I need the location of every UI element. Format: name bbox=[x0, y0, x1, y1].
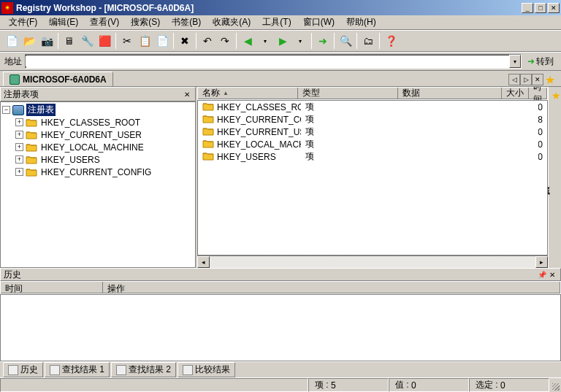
forward-dd-icon[interactable]: ▾ bbox=[291, 32, 309, 50]
resize-grip[interactable] bbox=[549, 378, 561, 392]
list-row[interactable]: HKEY_CURRENT_USER项2010 bbox=[198, 126, 547, 138]
tree-item-label: HKEY_LOCAL_MACHINE bbox=[39, 142, 145, 153]
back-icon[interactable]: ◀ bbox=[239, 32, 256, 50]
menu-window[interactable]: 窗口(W) bbox=[297, 15, 340, 30]
go-button[interactable]: ➜ 转到 bbox=[524, 54, 557, 69]
cut-icon[interactable]: ✂ bbox=[118, 32, 136, 50]
expand-icon[interactable]: + bbox=[15, 118, 23, 126]
menu-help[interactable]: 帮助(H) bbox=[340, 15, 382, 30]
document-tab-label: MICROSOF-6A0D6A bbox=[23, 74, 107, 85]
expand-icon[interactable]: + bbox=[15, 143, 23, 151]
tree-item[interactable]: +HKEY_CLASSES_ROOT bbox=[2, 116, 194, 128]
tab-next-button[interactable]: ▷ bbox=[520, 74, 532, 85]
folder-icon bbox=[202, 114, 214, 126]
expand-icon[interactable]: − bbox=[2, 106, 10, 114]
paste-icon[interactable]: 📄 bbox=[153, 32, 171, 50]
copy-icon[interactable]: 📋 bbox=[136, 32, 153, 50]
tree-item-label: HKEY_USERS bbox=[39, 155, 102, 165]
help-icon[interactable]: ❓ bbox=[382, 32, 400, 50]
list-header: 名称▲ 类型 数据 大小 时间 bbox=[197, 87, 548, 100]
col-name[interactable]: 名称▲ bbox=[198, 88, 298, 99]
tab-find-1[interactable]: 查找结果 1 bbox=[45, 362, 110, 377]
cell-date: 2008 bbox=[538, 115, 547, 125]
unload-hive-icon[interactable]: 🟥 bbox=[96, 32, 113, 50]
load-hive-icon[interactable]: 🔧 bbox=[78, 32, 96, 50]
tree-item-label: HKEY_CLASSES_ROOT bbox=[39, 118, 142, 128]
favorite-star-icon[interactable]: ★ bbox=[545, 73, 558, 86]
col-size[interactable]: 大小 bbox=[502, 88, 529, 99]
tab-history[interactable]: 历史 bbox=[3, 362, 43, 377]
tree-pane-close-icon[interactable]: ✕ bbox=[182, 89, 192, 99]
menu-file[interactable]: 文件(F) bbox=[3, 15, 43, 30]
close-button[interactable]: ✕ bbox=[548, 3, 560, 13]
tab-close-button[interactable]: ✕ bbox=[532, 74, 543, 85]
maximize-button[interactable]: □ bbox=[535, 3, 546, 13]
registry-tree[interactable]: − 注册表 +HKEY_CLASSES_ROOT+HKEY_CURRENT_US… bbox=[0, 101, 196, 268]
menu-tools[interactable]: 工具(T) bbox=[256, 15, 297, 30]
address-input[interactable] bbox=[26, 56, 509, 66]
folder-icon bbox=[202, 101, 214, 113]
address-input-wrap: ▾ bbox=[25, 54, 522, 69]
tree-item[interactable]: +HKEY_CURRENT_USER bbox=[2, 128, 194, 141]
folder-icon bbox=[26, 130, 37, 139]
favorites-strip[interactable]: ★ 收藏夹 bbox=[548, 87, 561, 268]
redo-icon[interactable]: ↷ bbox=[216, 32, 234, 50]
list-row[interactable]: HKEY_USERS项2010 bbox=[198, 150, 547, 163]
history-col-time[interactable]: 时间 bbox=[1, 282, 103, 293]
expand-icon[interactable]: + bbox=[15, 168, 23, 176]
tree-item[interactable]: +HKEY_CURRENT_CONFIG bbox=[2, 166, 194, 178]
status-main bbox=[0, 378, 308, 392]
folder-icon bbox=[202, 151, 214, 163]
folder-icon bbox=[26, 142, 37, 152]
expand-icon[interactable]: + bbox=[15, 131, 23, 139]
tree-root[interactable]: − 注册表 bbox=[2, 104, 194, 116]
find-icon[interactable]: 🔍 bbox=[337, 32, 354, 50]
list-view[interactable]: HKEY_CLASSES_ROOT项2010HKEY_CURRENT_CONFI… bbox=[197, 100, 548, 255]
folder-icon bbox=[26, 155, 37, 164]
new-icon[interactable]: 📄 bbox=[3, 32, 20, 50]
history-list[interactable] bbox=[0, 294, 561, 361]
menu-search[interactable]: 搜索(S) bbox=[125, 15, 166, 30]
tab-prev-button[interactable]: ◁ bbox=[508, 74, 520, 85]
tree-item[interactable]: +HKEY_LOCAL_MACHINE bbox=[2, 141, 194, 153]
connect-icon[interactable]: 🖥 bbox=[61, 32, 78, 50]
cell-date: 2010 bbox=[538, 102, 547, 112]
status-selected: 选定 : 0 bbox=[469, 378, 549, 392]
cell-name: HKEY_CURRENT_CONFIG bbox=[217, 115, 301, 125]
go-label: 转到 bbox=[536, 55, 554, 68]
cell-name: HKEY_LOCAL_MACHINE bbox=[217, 139, 301, 150]
list-row[interactable]: HKEY_CLASSES_ROOT项2010 bbox=[198, 101, 547, 113]
list-row[interactable]: HKEY_LOCAL_MACHINE项2010 bbox=[198, 138, 547, 150]
status-items: 项 : 5 bbox=[308, 378, 389, 392]
col-type[interactable]: 类型 bbox=[298, 88, 398, 99]
cell-name: HKEY_CLASSES_ROOT bbox=[217, 102, 301, 112]
menu-edit[interactable]: 编辑(E) bbox=[43, 15, 84, 30]
menu-view[interactable]: 查看(V) bbox=[84, 15, 125, 30]
col-data[interactable]: 数据 bbox=[398, 88, 502, 99]
menu-favorites[interactable]: 收藏夹(A) bbox=[207, 15, 256, 30]
back-dd-icon[interactable]: ▾ bbox=[256, 32, 274, 50]
expand-icon[interactable]: + bbox=[15, 155, 23, 164]
pin-icon[interactable]: 📌 bbox=[537, 269, 547, 280]
scroll-left-icon[interactable]: ◂ bbox=[197, 256, 210, 268]
tab-find-2[interactable]: 查找结果 2 bbox=[111, 362, 176, 377]
tab-compare[interactable]: 比较结果 bbox=[178, 362, 235, 377]
tree-item[interactable]: +HKEY_USERS bbox=[2, 153, 194, 166]
permissions-icon[interactable]: 🗂 bbox=[359, 32, 377, 50]
history-close-icon[interactable]: ✕ bbox=[547, 269, 557, 280]
address-dropdown-icon[interactable]: ▾ bbox=[509, 55, 521, 68]
forward-icon[interactable]: ▶ bbox=[274, 32, 291, 50]
minimize-button[interactable]: _ bbox=[522, 3, 533, 13]
undo-icon[interactable]: ↶ bbox=[199, 32, 216, 50]
menu-bookmark[interactable]: 书签(B) bbox=[166, 15, 207, 30]
history-col-action[interactable]: 操作 bbox=[103, 282, 560, 293]
document-tab-active[interactable]: MICROSOF-6A0D6A bbox=[3, 72, 113, 86]
computer-icon bbox=[9, 74, 20, 85]
list-row[interactable]: HKEY_CURRENT_CONFIG项2008 bbox=[198, 113, 547, 126]
snapshot-icon[interactable]: 📷 bbox=[38, 32, 56, 50]
goto-icon[interactable]: ➜ bbox=[314, 32, 332, 50]
scroll-track[interactable] bbox=[210, 256, 535, 268]
open-icon[interactable]: 📂 bbox=[20, 32, 38, 50]
delete-icon[interactable]: ✖ bbox=[176, 32, 194, 50]
horizontal-scrollbar[interactable]: ◂ ▸ bbox=[197, 255, 548, 268]
